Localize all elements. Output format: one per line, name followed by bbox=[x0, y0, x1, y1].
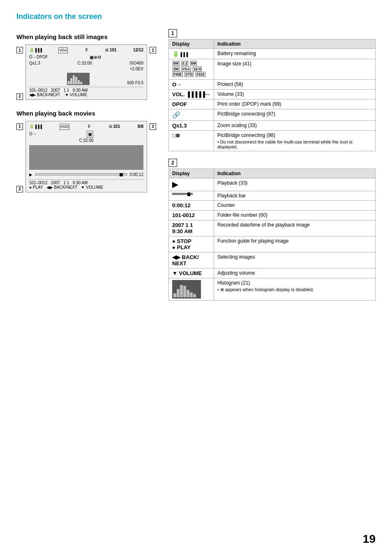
battery-icon-movie: 🔋▐▐▐ bbox=[29, 124, 42, 130]
battery-icon-still: 🔋▐▐▐ bbox=[29, 47, 42, 53]
table-row: Qx1.3 Zoom scaling (33) bbox=[169, 120, 376, 130]
display-battery: 🔋▐▐▐ bbox=[169, 49, 214, 59]
pictbridge2-note: • Do not disconnect the cable for multi-… bbox=[217, 139, 372, 149]
table-row: Histogram (21) • ⊗ appears when histogra… bbox=[169, 278, 376, 300]
display-protect: O→ bbox=[169, 79, 214, 89]
table-row: ▼ VOLUME Adjusting volume bbox=[169, 268, 376, 278]
indication-histogram: Histogram (21) • ⊗ appears when histogra… bbox=[214, 278, 376, 300]
quality-movie: #320 bbox=[60, 124, 69, 130]
indication-playbar: Playback bar bbox=[214, 191, 376, 200]
indication-play-arrow: Playback (33) bbox=[214, 178, 376, 191]
label-badge-2-still: 2 bbox=[16, 93, 23, 100]
card-icon-movie: ⊞ 101 bbox=[109, 124, 120, 130]
table2-box-label: 2 bbox=[168, 159, 177, 167]
table-row: ● STOP● PLAY Function guide for playing … bbox=[169, 236, 376, 252]
histogram-note: • ⊗ appears when histogram display is di… bbox=[217, 287, 372, 292]
page-number: 19 bbox=[363, 533, 376, 546]
movies-screen: 🔋▐▐▐ #320 🎙 ⊞ 101 8/8 O→ ▣ C:32:00 bbox=[25, 121, 147, 192]
mic-icon-still: 🎙 bbox=[85, 47, 89, 53]
zoom-still: Qx1.3 bbox=[29, 60, 40, 66]
display-playbar bbox=[169, 191, 214, 200]
table-row: O→ Protect (58) bbox=[169, 79, 376, 89]
indication-pictbridge1: PictBridge connecting (97) bbox=[214, 109, 376, 120]
display-backnext: ◀▶ BACK/NEXT bbox=[169, 252, 214, 268]
display-imagesize: 8M 3:2 5M 3M VGA 16:9 FINE STD #320 bbox=[169, 59, 214, 80]
display-histogram bbox=[169, 278, 214, 300]
still-images-title: When playing back still images bbox=[16, 33, 156, 40]
timer-movie: C:32:00 bbox=[79, 138, 93, 144]
indication-folder: Folder-file number (60) bbox=[214, 210, 376, 220]
table-row: DPOF Print order (DPOF) mark (99) bbox=[169, 99, 376, 109]
frame-count-movie: 8/8 bbox=[138, 124, 143, 130]
protect-movie: O→ bbox=[29, 131, 37, 137]
movies-title: When playing back movies bbox=[16, 110, 156, 117]
label-badge-2-movie: 2 bbox=[16, 186, 23, 192]
table1: Display Indication 🔋▐▐▐ Battery remainin… bbox=[168, 39, 376, 151]
label-badge-3-movie: 3 bbox=[150, 123, 156, 130]
vga-label-still: VGA bbox=[58, 47, 68, 53]
still-images-screen: 🔋▐▐▐ VGA 🎙 ⊞ 101 12/12 O→DPOF ▣⊕⚙ Qx1.3 … bbox=[25, 44, 147, 100]
bottom-bar-movie: 101–0012 2007 1 1 9:30 AM ● PLAY ◀▶ BACK… bbox=[29, 179, 143, 190]
display-pictbridge1: 🔗 bbox=[169, 109, 214, 120]
movie-preview-area bbox=[29, 145, 143, 170]
table-row: ▶ Playback (33) bbox=[169, 178, 376, 191]
table1-col-display: Display bbox=[169, 39, 214, 49]
bottom-bar-still: 101–0012 2007 1 1 9:30 AM ◀▶ BACK/NEXT ▼… bbox=[29, 87, 143, 97]
indication-battery: Battery remaining bbox=[214, 49, 376, 59]
table-row: Playback bar bbox=[169, 191, 376, 200]
display-dpof: DPOF bbox=[169, 99, 214, 109]
iso-still: ISO400 bbox=[129, 60, 143, 66]
progress-bar-movie bbox=[35, 173, 127, 176]
right-panel: 1 Display Indication 🔋▐▐▐ Battery remain… bbox=[168, 29, 376, 308]
label-badge-1-still: 1 bbox=[16, 47, 23, 53]
table-row: 🔋▐▐▐ Battery remaining bbox=[169, 49, 376, 59]
dl-icon-movie: ▣ bbox=[87, 131, 93, 138]
table2-col-display: Display bbox=[169, 169, 214, 178]
table-row: 8M 3:2 5M 3M VGA 16:9 FINE STD #320 Imag… bbox=[169, 59, 376, 80]
table-row: 0:00:12 Counter bbox=[169, 200, 376, 210]
indication-dpof: Print order (DPOF) mark (99) bbox=[214, 99, 376, 109]
table-row: ◀▶ BACK/NEXT Selecting images bbox=[169, 252, 376, 268]
display-pictbridge2: □⊗ bbox=[169, 130, 214, 151]
display-stop-play: ● STOP● PLAY bbox=[169, 236, 214, 252]
ev-still: +2.0EV bbox=[130, 66, 143, 72]
label-badge-1-movie: 1 bbox=[16, 123, 23, 130]
indication-stop-play: Function guide for playing image bbox=[214, 236, 376, 252]
indication-imagesize: Image size (41) bbox=[214, 59, 376, 80]
table2: Display Indication ▶ Playback (33) bbox=[168, 169, 376, 301]
mic-icon-movie: 🎙 bbox=[87, 124, 91, 130]
indication-volume: Volume (33) bbox=[214, 89, 376, 99]
display-volume2: ▼ VOLUME bbox=[169, 268, 214, 278]
shutter-still: 500 F3.5 bbox=[127, 81, 143, 85]
icons-mid-still: ▣⊕⚙ bbox=[90, 54, 101, 60]
table-row: 2007 1 19:30 AM Recorded date/time of th… bbox=[169, 220, 376, 236]
indication-pictbridge2: PictBridge connecting (98) • Do not disc… bbox=[214, 130, 376, 151]
indication-backnext: Selecting images bbox=[214, 252, 376, 268]
indication-protect: Protect (58) bbox=[214, 79, 376, 89]
histogram-display bbox=[172, 280, 201, 299]
display-datetime: 2007 1 19:30 AM bbox=[169, 220, 214, 236]
display-folder: 101-0012 bbox=[169, 210, 214, 220]
display-zoom: Qx1.3 bbox=[169, 120, 214, 130]
playback-bar-row: ▶ 0:00:12 bbox=[29, 171, 143, 178]
display-volume: VOL. ▐▐▐▐▐··· bbox=[169, 89, 214, 99]
table-row: VOL. ▐▐▐▐▐··· Volume (33) bbox=[169, 89, 376, 99]
table-row: 🔗 PictBridge connecting (97) bbox=[169, 109, 376, 120]
page-title: Indicators on the screen bbox=[16, 12, 376, 21]
display-counter: 0:00:12 bbox=[169, 200, 214, 210]
table2-col-indication: Indication bbox=[214, 169, 376, 178]
table-row: 101-0012 Folder-file number (60) bbox=[169, 210, 376, 220]
indication-datetime: Recorded date/time of the playback image bbox=[214, 220, 376, 236]
dpof-label-still: O→DPOF bbox=[29, 54, 48, 60]
left-panel: When playing back still images 1 2 🔋▐▐▐ … bbox=[16, 29, 156, 308]
indication-counter: Counter bbox=[214, 200, 376, 210]
display-play-arrow: ▶ bbox=[169, 178, 214, 191]
timer-still: C:32:00 bbox=[78, 60, 92, 66]
playback-time: 0:00:12 bbox=[130, 172, 143, 177]
label-badge-3-still: 3 bbox=[150, 47, 156, 53]
table1-box-label: 1 bbox=[168, 29, 177, 37]
card-icon-still: ⊞ 101 bbox=[105, 47, 116, 53]
frame-count-still: 12/12 bbox=[133, 47, 143, 53]
histogram-still bbox=[67, 73, 90, 85]
indication-volume2: Adjusting volume bbox=[214, 268, 376, 278]
